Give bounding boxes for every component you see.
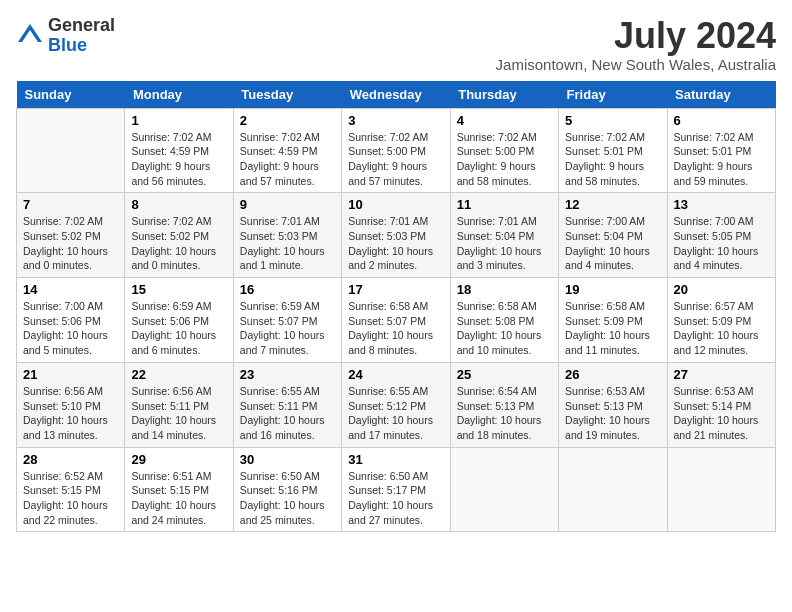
calendar-week-2: 7Sunrise: 7:02 AMSunset: 5:02 PMDaylight… — [17, 193, 776, 278]
day-info: Sunrise: 7:02 AMSunset: 5:00 PMDaylight:… — [457, 130, 552, 189]
day-info: Sunrise: 6:54 AMSunset: 5:13 PMDaylight:… — [457, 384, 552, 443]
calendar-cell: 8Sunrise: 7:02 AMSunset: 5:02 PMDaylight… — [125, 193, 233, 278]
day-number: 2 — [240, 113, 335, 128]
day-info: Sunrise: 7:02 AMSunset: 5:02 PMDaylight:… — [131, 214, 226, 273]
logo-icon — [16, 22, 44, 50]
calendar-cell — [667, 447, 775, 532]
day-number: 19 — [565, 282, 660, 297]
day-number: 30 — [240, 452, 335, 467]
day-number: 22 — [131, 367, 226, 382]
day-number: 11 — [457, 197, 552, 212]
day-info: Sunrise: 6:58 AMSunset: 5:07 PMDaylight:… — [348, 299, 443, 358]
calendar-cell: 3Sunrise: 7:02 AMSunset: 5:00 PMDaylight… — [342, 108, 450, 193]
calendar-cell: 17Sunrise: 6:58 AMSunset: 5:07 PMDayligh… — [342, 278, 450, 363]
day-info: Sunrise: 7:02 AMSunset: 5:00 PMDaylight:… — [348, 130, 443, 189]
calendar-week-4: 21Sunrise: 6:56 AMSunset: 5:10 PMDayligh… — [17, 362, 776, 447]
day-number: 15 — [131, 282, 226, 297]
logo-blue-text: Blue — [48, 35, 87, 55]
day-number: 25 — [457, 367, 552, 382]
calendar-cell: 28Sunrise: 6:52 AMSunset: 5:15 PMDayligh… — [17, 447, 125, 532]
calendar-header-row: SundayMondayTuesdayWednesdayThursdayFrid… — [17, 81, 776, 109]
day-info: Sunrise: 6:59 AMSunset: 5:06 PMDaylight:… — [131, 299, 226, 358]
day-info: Sunrise: 6:50 AMSunset: 5:17 PMDaylight:… — [348, 469, 443, 528]
calendar-cell: 19Sunrise: 6:58 AMSunset: 5:09 PMDayligh… — [559, 278, 667, 363]
day-info: Sunrise: 7:01 AMSunset: 5:03 PMDaylight:… — [240, 214, 335, 273]
day-number: 1 — [131, 113, 226, 128]
header-wednesday: Wednesday — [342, 81, 450, 109]
calendar-cell: 23Sunrise: 6:55 AMSunset: 5:11 PMDayligh… — [233, 362, 341, 447]
logo-text: General Blue — [48, 16, 115, 56]
calendar-cell: 22Sunrise: 6:56 AMSunset: 5:11 PMDayligh… — [125, 362, 233, 447]
day-number: 23 — [240, 367, 335, 382]
header-sunday: Sunday — [17, 81, 125, 109]
calendar-cell: 1Sunrise: 7:02 AMSunset: 4:59 PMDaylight… — [125, 108, 233, 193]
day-number: 28 — [23, 452, 118, 467]
calendar-cell: 24Sunrise: 6:55 AMSunset: 5:12 PMDayligh… — [342, 362, 450, 447]
day-info: Sunrise: 7:00 AMSunset: 5:06 PMDaylight:… — [23, 299, 118, 358]
calendar-cell — [559, 447, 667, 532]
calendar-table: SundayMondayTuesdayWednesdayThursdayFrid… — [16, 81, 776, 533]
day-number: 18 — [457, 282, 552, 297]
calendar-cell: 16Sunrise: 6:59 AMSunset: 5:07 PMDayligh… — [233, 278, 341, 363]
calendar-cell: 10Sunrise: 7:01 AMSunset: 5:03 PMDayligh… — [342, 193, 450, 278]
header: General Blue July 2024 Jamisontown, New … — [16, 16, 776, 73]
day-number: 16 — [240, 282, 335, 297]
header-thursday: Thursday — [450, 81, 558, 109]
calendar-cell: 12Sunrise: 7:00 AMSunset: 5:04 PMDayligh… — [559, 193, 667, 278]
day-info: Sunrise: 6:59 AMSunset: 5:07 PMDaylight:… — [240, 299, 335, 358]
location-title: Jamisontown, New South Wales, Australia — [496, 56, 776, 73]
logo-general: General — [48, 15, 115, 35]
calendar-cell: 18Sunrise: 6:58 AMSunset: 5:08 PMDayligh… — [450, 278, 558, 363]
day-info: Sunrise: 7:00 AMSunset: 5:04 PMDaylight:… — [565, 214, 660, 273]
calendar-cell: 15Sunrise: 6:59 AMSunset: 5:06 PMDayligh… — [125, 278, 233, 363]
calendar-cell: 14Sunrise: 7:00 AMSunset: 5:06 PMDayligh… — [17, 278, 125, 363]
header-tuesday: Tuesday — [233, 81, 341, 109]
calendar-cell: 5Sunrise: 7:02 AMSunset: 5:01 PMDaylight… — [559, 108, 667, 193]
day-number: 13 — [674, 197, 769, 212]
day-number: 27 — [674, 367, 769, 382]
day-info: Sunrise: 7:02 AMSunset: 5:01 PMDaylight:… — [674, 130, 769, 189]
calendar-cell: 9Sunrise: 7:01 AMSunset: 5:03 PMDaylight… — [233, 193, 341, 278]
calendar-cell: 29Sunrise: 6:51 AMSunset: 5:15 PMDayligh… — [125, 447, 233, 532]
day-number: 9 — [240, 197, 335, 212]
calendar-cell: 20Sunrise: 6:57 AMSunset: 5:09 PMDayligh… — [667, 278, 775, 363]
calendar-cell: 21Sunrise: 6:56 AMSunset: 5:10 PMDayligh… — [17, 362, 125, 447]
day-number: 21 — [23, 367, 118, 382]
day-number: 5 — [565, 113, 660, 128]
calendar-week-3: 14Sunrise: 7:00 AMSunset: 5:06 PMDayligh… — [17, 278, 776, 363]
day-info: Sunrise: 6:56 AMSunset: 5:11 PMDaylight:… — [131, 384, 226, 443]
day-info: Sunrise: 7:02 AMSunset: 4:59 PMDaylight:… — [240, 130, 335, 189]
day-number: 20 — [674, 282, 769, 297]
day-info: Sunrise: 6:57 AMSunset: 5:09 PMDaylight:… — [674, 299, 769, 358]
day-number: 3 — [348, 113, 443, 128]
day-info: Sunrise: 7:00 AMSunset: 5:05 PMDaylight:… — [674, 214, 769, 273]
day-info: Sunrise: 6:53 AMSunset: 5:14 PMDaylight:… — [674, 384, 769, 443]
calendar-week-5: 28Sunrise: 6:52 AMSunset: 5:15 PMDayligh… — [17, 447, 776, 532]
calendar-cell: 27Sunrise: 6:53 AMSunset: 5:14 PMDayligh… — [667, 362, 775, 447]
day-number: 10 — [348, 197, 443, 212]
day-number: 14 — [23, 282, 118, 297]
calendar-cell: 31Sunrise: 6:50 AMSunset: 5:17 PMDayligh… — [342, 447, 450, 532]
day-info: Sunrise: 6:55 AMSunset: 5:11 PMDaylight:… — [240, 384, 335, 443]
day-number: 7 — [23, 197, 118, 212]
day-info: Sunrise: 6:58 AMSunset: 5:09 PMDaylight:… — [565, 299, 660, 358]
day-info: Sunrise: 7:02 AMSunset: 4:59 PMDaylight:… — [131, 130, 226, 189]
header-friday: Friday — [559, 81, 667, 109]
day-info: Sunrise: 6:58 AMSunset: 5:08 PMDaylight:… — [457, 299, 552, 358]
day-number: 31 — [348, 452, 443, 467]
day-info: Sunrise: 6:55 AMSunset: 5:12 PMDaylight:… — [348, 384, 443, 443]
calendar-week-1: 1Sunrise: 7:02 AMSunset: 4:59 PMDaylight… — [17, 108, 776, 193]
month-title: July 2024 — [496, 16, 776, 56]
day-info: Sunrise: 7:02 AMSunset: 5:02 PMDaylight:… — [23, 214, 118, 273]
calendar-cell: 25Sunrise: 6:54 AMSunset: 5:13 PMDayligh… — [450, 362, 558, 447]
day-number: 29 — [131, 452, 226, 467]
title-area: July 2024 Jamisontown, New South Wales, … — [496, 16, 776, 73]
day-info: Sunrise: 7:02 AMSunset: 5:01 PMDaylight:… — [565, 130, 660, 189]
logo: General Blue — [16, 16, 115, 56]
day-info: Sunrise: 6:53 AMSunset: 5:13 PMDaylight:… — [565, 384, 660, 443]
day-info: Sunrise: 6:50 AMSunset: 5:16 PMDaylight:… — [240, 469, 335, 528]
day-info: Sunrise: 7:01 AMSunset: 5:03 PMDaylight:… — [348, 214, 443, 273]
day-number: 17 — [348, 282, 443, 297]
day-info: Sunrise: 6:52 AMSunset: 5:15 PMDaylight:… — [23, 469, 118, 528]
calendar-cell: 11Sunrise: 7:01 AMSunset: 5:04 PMDayligh… — [450, 193, 558, 278]
